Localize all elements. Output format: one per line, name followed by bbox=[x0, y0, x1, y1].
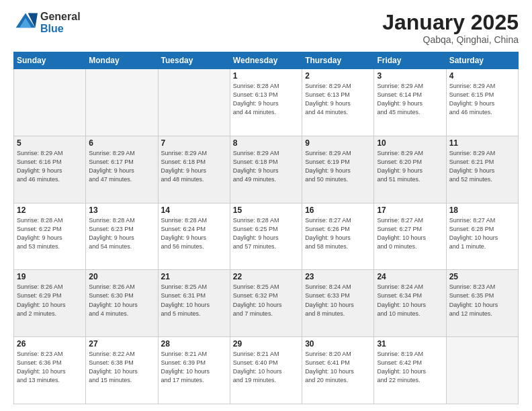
day-number: 25 bbox=[449, 272, 515, 281]
day-info: Sunrise: 8:29 AM Sunset: 6:14 PM Dayligh… bbox=[377, 82, 443, 117]
weekday-header-wednesday: Wednesday bbox=[230, 52, 302, 69]
day-number: 21 bbox=[161, 272, 227, 281]
calendar-cell: 5Sunrise: 8:29 AM Sunset: 6:16 PM Daylig… bbox=[14, 136, 86, 203]
calendar-cell: 23Sunrise: 8:24 AM Sunset: 6:33 PM Dayli… bbox=[302, 270, 374, 337]
calendar-cell: 17Sunrise: 8:27 AM Sunset: 6:27 PM Dayli… bbox=[374, 203, 446, 270]
day-info: Sunrise: 8:25 AM Sunset: 6:31 PM Dayligh… bbox=[161, 283, 227, 318]
weekday-header-friday: Friday bbox=[374, 52, 446, 69]
day-number: 3 bbox=[377, 71, 443, 81]
day-number: 15 bbox=[233, 205, 299, 215]
day-number: 5 bbox=[17, 138, 83, 148]
day-number: 19 bbox=[17, 272, 83, 281]
day-number: 28 bbox=[161, 339, 227, 349]
calendar-cell: 25Sunrise: 8:23 AM Sunset: 6:35 PM Dayli… bbox=[446, 270, 518, 337]
calendar-cell: 16Sunrise: 8:27 AM Sunset: 6:26 PM Dayli… bbox=[302, 203, 374, 270]
calendar-cell: 9Sunrise: 8:29 AM Sunset: 6:19 PM Daylig… bbox=[302, 136, 374, 203]
weekday-header-thursday: Thursday bbox=[302, 52, 374, 69]
day-number: 23 bbox=[305, 272, 371, 281]
calendar-cell: 13Sunrise: 8:28 AM Sunset: 6:23 PM Dayli… bbox=[86, 203, 158, 270]
day-number: 8 bbox=[233, 138, 299, 148]
day-number: 14 bbox=[161, 205, 227, 215]
logo-blue: Blue bbox=[40, 23, 81, 35]
calendar-cell: 26Sunrise: 8:23 AM Sunset: 6:36 PM Dayli… bbox=[14, 337, 86, 404]
day-number: 4 bbox=[449, 71, 515, 81]
day-number: 27 bbox=[89, 339, 154, 349]
day-info: Sunrise: 8:29 AM Sunset: 6:13 PM Dayligh… bbox=[305, 82, 371, 117]
calendar-cell: 29Sunrise: 8:21 AM Sunset: 6:40 PM Dayli… bbox=[230, 337, 302, 404]
calendar-cell: 31Sunrise: 8:19 AM Sunset: 6:42 PM Dayli… bbox=[374, 337, 446, 404]
calendar-cell: 28Sunrise: 8:21 AM Sunset: 6:39 PM Dayli… bbox=[158, 337, 230, 404]
day-number: 26 bbox=[17, 339, 83, 349]
calendar-cell: 30Sunrise: 8:20 AM Sunset: 6:41 PM Dayli… bbox=[302, 337, 374, 404]
day-info: Sunrise: 8:26 AM Sunset: 6:29 PM Dayligh… bbox=[17, 283, 83, 318]
calendar-week-row: 26Sunrise: 8:23 AM Sunset: 6:36 PM Dayli… bbox=[14, 337, 519, 404]
calendar-cell: 27Sunrise: 8:22 AM Sunset: 6:38 PM Dayli… bbox=[86, 337, 158, 404]
calendar-cell: 20Sunrise: 8:26 AM Sunset: 6:30 PM Dayli… bbox=[86, 270, 158, 337]
day-info: Sunrise: 8:25 AM Sunset: 6:32 PM Dayligh… bbox=[233, 283, 299, 318]
day-number: 22 bbox=[233, 272, 299, 281]
day-number: 13 bbox=[89, 205, 154, 215]
main-title: January 2025 bbox=[382, 11, 519, 34]
day-info: Sunrise: 8:20 AM Sunset: 6:41 PM Dayligh… bbox=[305, 350, 371, 385]
day-info: Sunrise: 8:29 AM Sunset: 6:15 PM Dayligh… bbox=[449, 82, 515, 117]
calendar-cell: 22Sunrise: 8:25 AM Sunset: 6:32 PM Dayli… bbox=[230, 270, 302, 337]
day-number: 16 bbox=[305, 205, 371, 215]
day-info: Sunrise: 8:21 AM Sunset: 6:40 PM Dayligh… bbox=[233, 350, 299, 385]
calendar-cell: 11Sunrise: 8:29 AM Sunset: 6:21 PM Dayli… bbox=[446, 136, 518, 203]
weekday-header-saturday: Saturday bbox=[446, 52, 518, 69]
day-number: 18 bbox=[449, 205, 515, 215]
day-info: Sunrise: 8:29 AM Sunset: 6:18 PM Dayligh… bbox=[161, 149, 227, 184]
calendar-cell: 10Sunrise: 8:29 AM Sunset: 6:20 PM Dayli… bbox=[374, 136, 446, 203]
calendar-cell: 19Sunrise: 8:26 AM Sunset: 6:29 PM Dayli… bbox=[14, 270, 86, 337]
day-number: 1 bbox=[233, 71, 299, 81]
day-info: Sunrise: 8:29 AM Sunset: 6:21 PM Dayligh… bbox=[449, 149, 515, 184]
weekday-header-row: SundayMondayTuesdayWednesdayThursdayFrid… bbox=[14, 52, 519, 69]
calendar-week-row: 1Sunrise: 8:28 AM Sunset: 6:13 PM Daylig… bbox=[14, 69, 519, 136]
logo-text: General Blue bbox=[40, 11, 81, 34]
logo-general: General bbox=[40, 11, 81, 23]
day-info: Sunrise: 8:29 AM Sunset: 6:16 PM Dayligh… bbox=[17, 149, 83, 184]
calendar-cell: 24Sunrise: 8:24 AM Sunset: 6:34 PM Dayli… bbox=[374, 270, 446, 337]
calendar-cell: 2Sunrise: 8:29 AM Sunset: 6:13 PM Daylig… bbox=[302, 69, 374, 136]
calendar-cell: 1Sunrise: 8:28 AM Sunset: 6:13 PM Daylig… bbox=[230, 69, 302, 136]
day-info: Sunrise: 8:23 AM Sunset: 6:35 PM Dayligh… bbox=[449, 283, 515, 318]
day-info: Sunrise: 8:19 AM Sunset: 6:42 PM Dayligh… bbox=[377, 350, 443, 385]
weekday-header-tuesday: Tuesday bbox=[158, 52, 230, 69]
day-info: Sunrise: 8:28 AM Sunset: 6:25 PM Dayligh… bbox=[233, 216, 299, 251]
day-number: 20 bbox=[89, 272, 154, 281]
day-info: Sunrise: 8:27 AM Sunset: 6:27 PM Dayligh… bbox=[377, 216, 443, 251]
day-number: 6 bbox=[89, 138, 154, 148]
day-info: Sunrise: 8:21 AM Sunset: 6:39 PM Dayligh… bbox=[161, 350, 227, 385]
day-number: 9 bbox=[305, 138, 371, 148]
calendar-week-row: 5Sunrise: 8:29 AM Sunset: 6:16 PM Daylig… bbox=[14, 136, 519, 203]
calendar-cell: 7Sunrise: 8:29 AM Sunset: 6:18 PM Daylig… bbox=[158, 136, 230, 203]
day-info: Sunrise: 8:27 AM Sunset: 6:28 PM Dayligh… bbox=[449, 216, 515, 251]
day-number: 7 bbox=[161, 138, 227, 148]
calendar-cell: 12Sunrise: 8:28 AM Sunset: 6:22 PM Dayli… bbox=[14, 203, 86, 270]
day-info: Sunrise: 8:28 AM Sunset: 6:13 PM Dayligh… bbox=[233, 82, 299, 117]
calendar-cell bbox=[158, 69, 230, 136]
day-info: Sunrise: 8:28 AM Sunset: 6:22 PM Dayligh… bbox=[17, 216, 83, 251]
title-block: January 2025 Qabqa, Qinghai, China bbox=[382, 11, 519, 45]
day-info: Sunrise: 8:28 AM Sunset: 6:24 PM Dayligh… bbox=[161, 216, 227, 251]
weekday-header-monday: Monday bbox=[86, 52, 158, 69]
header: General Blue January 2025 Qabqa, Qinghai… bbox=[13, 11, 519, 45]
day-info: Sunrise: 8:24 AM Sunset: 6:33 PM Dayligh… bbox=[305, 283, 371, 318]
calendar-cell: 21Sunrise: 8:25 AM Sunset: 6:31 PM Dayli… bbox=[158, 270, 230, 337]
calendar-week-row: 19Sunrise: 8:26 AM Sunset: 6:29 PM Dayli… bbox=[14, 270, 519, 337]
day-number: 24 bbox=[377, 272, 443, 281]
day-info: Sunrise: 8:29 AM Sunset: 6:19 PM Dayligh… bbox=[305, 149, 371, 184]
weekday-header-sunday: Sunday bbox=[14, 52, 86, 69]
calendar-cell: 4Sunrise: 8:29 AM Sunset: 6:15 PM Daylig… bbox=[446, 69, 518, 136]
day-info: Sunrise: 8:23 AM Sunset: 6:36 PM Dayligh… bbox=[17, 350, 83, 385]
calendar-week-row: 12Sunrise: 8:28 AM Sunset: 6:22 PM Dayli… bbox=[14, 203, 519, 270]
day-number: 29 bbox=[233, 339, 299, 349]
day-info: Sunrise: 8:27 AM Sunset: 6:26 PM Dayligh… bbox=[305, 216, 371, 251]
calendar-cell bbox=[14, 69, 86, 136]
day-info: Sunrise: 8:26 AM Sunset: 6:30 PM Dayligh… bbox=[89, 283, 154, 318]
calendar-cell: 14Sunrise: 8:28 AM Sunset: 6:24 PM Dayli… bbox=[158, 203, 230, 270]
page: General Blue January 2025 Qabqa, Qinghai… bbox=[0, 0, 532, 411]
calendar-cell bbox=[446, 337, 518, 404]
calendar-cell: 6Sunrise: 8:29 AM Sunset: 6:17 PM Daylig… bbox=[86, 136, 158, 203]
day-number: 30 bbox=[305, 339, 371, 349]
